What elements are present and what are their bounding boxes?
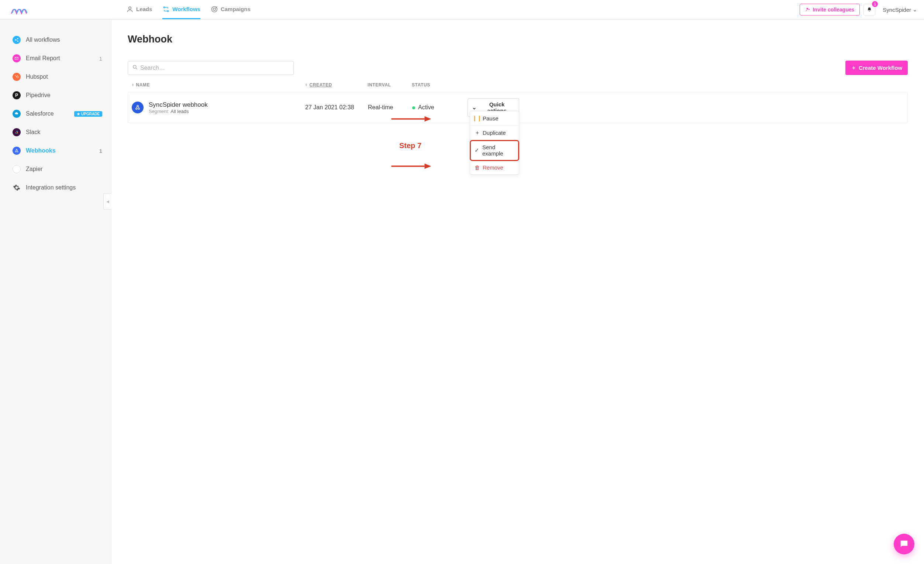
sidebar-webhooks[interactable]: Webhooks 1	[0, 141, 111, 160]
search-box[interactable]	[128, 61, 294, 75]
pause-icon: ❙❙	[474, 115, 480, 122]
share-icon	[12, 36, 21, 44]
upgrade-text: UPGRADE	[81, 112, 100, 116]
row-name-cell: SyncSpider webhook Segment: All leads	[132, 101, 305, 114]
workflows-table: ▲▼ NAME ▲▼ CREATED INTERVAL STATUS	[128, 78, 908, 123]
quick-actions-menu: ❙❙ Pause ＋ Duplicate ✓ Send example 🗑	[470, 111, 519, 175]
svg-point-4	[213, 8, 216, 11]
sort-icon: ▲▼	[131, 83, 135, 86]
check-icon: ✓	[474, 147, 479, 153]
create-workflow-button[interactable]: ＋ Create Workflow	[845, 60, 908, 75]
row-status: Active	[412, 104, 468, 111]
svg-point-8	[17, 41, 18, 42]
col-name-label: NAME	[136, 82, 150, 87]
mail-icon	[12, 54, 21, 62]
svg-point-18	[17, 151, 18, 152]
col-interval: INTERVAL	[368, 82, 412, 87]
slack-icon	[12, 128, 21, 136]
svg-point-10	[16, 76, 18, 78]
svg-point-12	[17, 75, 18, 76]
upgrade-badge[interactable]: ★ UPGRADE	[74, 111, 102, 117]
app-logo[interactable]	[10, 2, 30, 17]
quick-action-remove[interactable]: 🗑 Remove	[470, 161, 519, 174]
sidebar-integration-settings[interactable]: Integration settings	[0, 178, 111, 197]
svg-point-0	[129, 7, 131, 9]
sidebar-pipedrive[interactable]: P Pipedrive	[0, 86, 111, 105]
page-title: Webhook	[128, 34, 908, 45]
svg-point-6	[17, 38, 18, 39]
search-input[interactable]	[140, 65, 289, 71]
svg-point-11	[15, 75, 16, 76]
trash-icon: 🗑	[474, 164, 480, 171]
sidebar-email-report[interactable]: Email Report 1	[0, 49, 111, 68]
webhook-icon	[12, 147, 21, 155]
svg-point-1	[164, 7, 165, 8]
create-label: Create Workflow	[859, 65, 902, 71]
nav-leads-label: Leads	[136, 6, 152, 12]
annotation-step-label: Step 7	[399, 141, 422, 150]
status-dot-icon	[412, 106, 415, 109]
col-created[interactable]: ▲▼ CREATED	[305, 82, 368, 87]
col-name[interactable]: ▲▼ NAME	[131, 82, 305, 87]
search-icon	[132, 65, 138, 71]
sidebar-item-label: Slack	[26, 129, 40, 135]
sidebar-item-label: Pipedrive	[26, 92, 51, 99]
quick-action-duplicate[interactable]: ＋ Duplicate	[470, 126, 519, 140]
annotation-arrow	[390, 163, 432, 170]
sidebar-zapier[interactable]: ✱ Zapier	[0, 160, 111, 178]
top-nav: Leads Workflows Campaigns	[126, 0, 250, 19]
table-header: ▲▼ NAME ▲▼ CREATED INTERVAL STATUS	[128, 78, 908, 92]
webhook-icon	[132, 102, 144, 113]
col-created-label: CREATED	[310, 82, 332, 87]
row-created: 27 Jan 2021 02:38	[305, 104, 368, 111]
segment-label: Segment:	[149, 108, 170, 114]
nav-campaigns-label: Campaigns	[220, 6, 250, 12]
nav-campaigns[interactable]: Campaigns	[211, 0, 250, 19]
sidebar-salesforce[interactable]: Salesforce ★ UPGRADE	[0, 105, 111, 123]
sidebar-hubspot[interactable]: Hubspot	[0, 68, 111, 86]
nav-workflows[interactable]: Workflows	[162, 0, 200, 19]
sidebar-slack[interactable]: Slack	[0, 123, 111, 141]
user-label: SyncSpider	[883, 7, 911, 13]
segment-value: All leads	[171, 108, 189, 114]
bell-icon	[867, 7, 872, 12]
topbar-right: Invite colleagues 1 SyncSpider ⌄	[800, 4, 917, 15]
sidebar: All workflows Email Report 1 Hubspot P P…	[0, 20, 111, 564]
row-title: SyncSpider webhook	[149, 101, 208, 108]
sidebar-all-workflows[interactable]: All workflows	[0, 31, 111, 49]
svg-point-17	[15, 151, 16, 152]
notifications-button[interactable]: 1	[864, 4, 875, 15]
quick-action-send-example[interactable]: ✓ Send example	[470, 140, 519, 161]
svg-rect-14	[16, 131, 18, 132]
chat-icon	[899, 539, 909, 549]
svg-point-5	[807, 8, 808, 10]
quick-actions-wrap: ⌄ Quick actions ❙❙ Pause ＋ Duplicate	[468, 98, 519, 117]
status-text: Active	[418, 104, 434, 110]
sidebar-collapse-toggle[interactable]: ◀	[104, 193, 111, 209]
qa-duplicate-label: Duplicate	[483, 129, 506, 136]
user-menu[interactable]: SyncSpider ⌄	[883, 6, 917, 13]
chevron-down-icon: ⌄	[912, 6, 917, 13]
chevron-down-icon: ⌄	[472, 104, 477, 111]
toolbar: ＋ Create Workflow	[128, 60, 908, 75]
svg-rect-15	[17, 132, 18, 134]
salesforce-icon	[12, 110, 21, 118]
gear-icon	[12, 183, 21, 192]
table-row[interactable]: SyncSpider webhook Segment: All leads 27…	[128, 92, 908, 123]
sidebar-item-count: 1	[99, 56, 102, 62]
main-content: Webhook ＋ Create Workflow ▲▼ NAME ▲▼	[111, 20, 924, 564]
sidebar-item-label: All workflows	[26, 36, 60, 43]
svg-rect-16	[15, 133, 17, 134]
invite-colleagues-button[interactable]: Invite colleagues	[800, 4, 860, 15]
sort-icon: ▲▼	[305, 83, 308, 86]
sidebar-item-label: Webhooks	[26, 147, 56, 154]
nav-leads[interactable]: Leads	[126, 0, 152, 19]
zapier-icon: ✱	[12, 165, 21, 173]
col-status-label: STATUS	[412, 82, 430, 87]
plus-icon: ＋	[851, 64, 856, 71]
svg-point-21	[136, 108, 137, 109]
quick-action-pause[interactable]: ❙❙ Pause	[470, 111, 519, 126]
svg-point-7	[15, 39, 16, 41]
chat-widget-button[interactable]	[894, 534, 914, 554]
sidebar-item-label: Email Report	[26, 55, 60, 62]
